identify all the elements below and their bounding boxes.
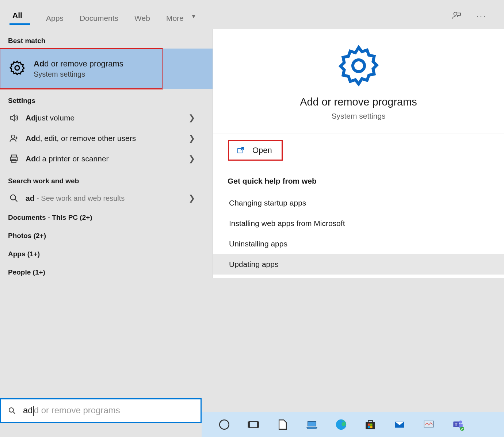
- svg-point-24: [460, 427, 464, 431]
- detail-title: Add or remove programs: [220, 96, 497, 108]
- svg-point-0: [454, 12, 457, 15]
- svg-point-1: [15, 65, 19, 70]
- taskbar-libreoffice-icon[interactable]: [275, 417, 290, 432]
- top-tabs: All Apps Documents Web More ▼ ···: [0, 0, 504, 29]
- search-typed-text: ad: [23, 405, 33, 415]
- section-search-web: Search work and web: [0, 169, 213, 188]
- help-item-uninstall-apps[interactable]: Uninstalling apps: [228, 234, 489, 254]
- user-plus-icon: [9, 133, 19, 143]
- svg-rect-17: [368, 426, 370, 428]
- help-item-startup-apps[interactable]: Changing startup apps: [228, 193, 489, 213]
- taskbar-monitor-icon[interactable]: [421, 417, 436, 432]
- svg-rect-15: [368, 423, 370, 426]
- svg-point-6: [11, 195, 16, 200]
- svg-point-7: [9, 408, 14, 412]
- results-column: Best match Add or remove programs System…: [0, 29, 213, 423]
- tab-documents[interactable]: Documents: [78, 7, 120, 26]
- feedback-icon[interactable]: [452, 11, 461, 22]
- printer-icon: [9, 154, 19, 164]
- chevron-right-icon: ❯: [188, 134, 195, 143]
- help-item-install-webapps[interactable]: Installing web apps from Microsoft: [228, 213, 489, 234]
- taskbar-mail-icon[interactable]: [392, 417, 407, 432]
- svg-point-2: [11, 135, 15, 138]
- gear-icon: [337, 44, 381, 88]
- svg-point-10: [219, 420, 229, 429]
- chevron-right-icon: ❯: [188, 154, 195, 164]
- more-options-icon[interactable]: ···: [477, 12, 486, 21]
- tab-web[interactable]: Web: [133, 7, 152, 26]
- open-button[interactable]: Open: [229, 141, 282, 160]
- taskbar-taskview-icon[interactable]: [246, 417, 261, 432]
- detail-subtitle: System settings: [220, 112, 497, 120]
- chevron-right-icon: ❯: [188, 113, 195, 123]
- best-match-subtitle: System settings: [34, 70, 123, 78]
- taskbar-cortana-icon[interactable]: [217, 417, 232, 432]
- tab-more[interactable]: More: [165, 7, 185, 26]
- best-match-result[interactable]: Add or remove programs System settings: [0, 49, 163, 89]
- taskbar-laptop-icon[interactable]: [305, 417, 319, 432]
- web-search-item[interactable]: ad - See work and web results ❯: [0, 188, 213, 208]
- tab-all[interactable]: All: [11, 4, 31, 28]
- settings-item-printer[interactable]: Add a printer or scanner ❯: [0, 149, 213, 169]
- taskbar-store-icon[interactable]: [363, 417, 378, 432]
- section-people[interactable]: People (1+): [0, 263, 213, 281]
- section-apps[interactable]: Apps (1+): [0, 245, 213, 263]
- detail-hero: Add or remove programs System settings: [213, 29, 504, 134]
- search-icon: [9, 193, 19, 203]
- taskbar-edge-icon[interactable]: [334, 417, 348, 432]
- svg-rect-5: [12, 160, 16, 162]
- svg-rect-18: [370, 426, 373, 428]
- gear-icon: [9, 60, 26, 78]
- svg-rect-14: [368, 421, 372, 423]
- search-icon: [8, 406, 16, 415]
- text-cursor: [33, 406, 34, 416]
- best-match-title: Add or remove programs: [34, 59, 123, 69]
- search-ghost-text: d or remove programs: [34, 405, 120, 415]
- svg-rect-11: [249, 422, 258, 428]
- settings-item-volume[interactable]: Adjust volume ❯: [0, 108, 213, 128]
- taskbar-teams-icon[interactable]: T: [451, 417, 465, 432]
- volume-icon: [9, 113, 19, 123]
- open-external-icon: [236, 146, 245, 155]
- section-photos[interactable]: Photos (2+): [0, 227, 213, 245]
- chevron-down-icon: ▼: [191, 13, 196, 19]
- chevron-right-icon: ❯: [188, 193, 195, 203]
- quick-help-header: Get quick help from web: [228, 177, 489, 185]
- detail-column: Add or remove programs System settings O…: [213, 29, 504, 423]
- help-item-updating-apps[interactable]: Updating apps: [213, 254, 504, 275]
- section-documents-thispc[interactable]: Documents - This PC (2+): [0, 208, 213, 227]
- svg-point-8: [353, 60, 364, 72]
- svg-point-23: [459, 421, 462, 424]
- svg-text:T: T: [455, 422, 458, 427]
- settings-item-users[interactable]: Add, edit, or remove other users ❯: [0, 128, 213, 149]
- search-input[interactable]: add or remove programs: [0, 398, 202, 423]
- quick-help-section: Get quick help from web Changing startup…: [213, 167, 504, 278]
- taskbar: T: [202, 412, 504, 437]
- tab-apps[interactable]: Apps: [45, 7, 65, 26]
- section-best-match: Best match: [0, 36, 213, 49]
- section-settings: Settings: [0, 89, 213, 108]
- svg-rect-16: [370, 423, 373, 426]
